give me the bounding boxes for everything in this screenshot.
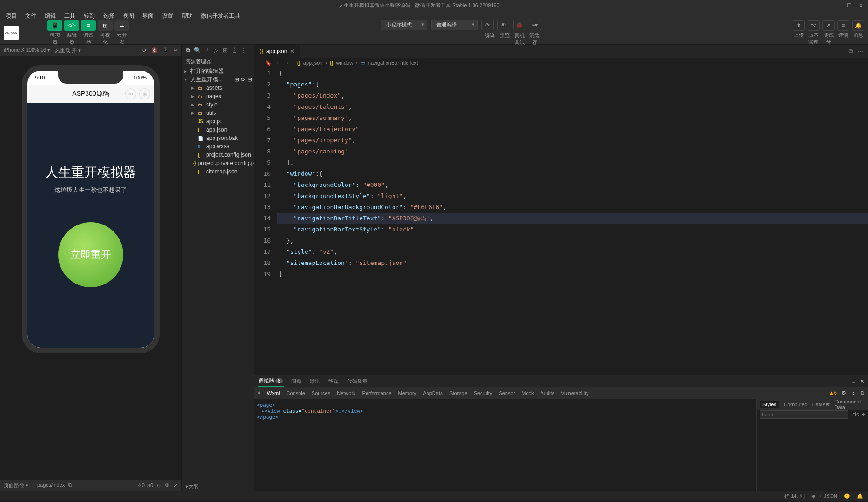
tree-item[interactable]: {}project.config.json: [182, 151, 254, 159]
project-logo[interactable]: ASP300: [4, 26, 19, 40]
more-icon[interactable]: ⋯: [245, 59, 250, 65]
device-selector[interactable]: iPhone X 100% 16 ▾: [4, 47, 50, 54]
menu-项目[interactable]: 项目: [2, 11, 20, 21]
mode-dropdown[interactable]: 小程序模式: [381, 20, 427, 30]
tree-item[interactable]: JSapp.js: [182, 117, 254, 126]
upload-button[interactable]: ⬆: [793, 20, 805, 31]
devtab[interactable]: Vulnerability: [561, 390, 589, 396]
outline-section[interactable]: ▶ 大纲: [182, 482, 254, 491]
warn-count[interactable]: ⚠0 ⊘0: [137, 482, 153, 489]
page-path-label[interactable]: 页面路径 ▾: [4, 482, 28, 489]
devtab[interactable]: Memory: [398, 390, 417, 396]
debug-tab[interactable]: 终端: [327, 376, 340, 387]
menu-编辑[interactable]: 编辑: [41, 11, 60, 21]
code-editor[interactable]: 12345678910111213141516171819 { "pages":…: [254, 68, 868, 375]
menu-选择[interactable]: 选择: [100, 11, 118, 21]
tree-item[interactable]: ▶🗀utils: [182, 109, 254, 117]
devtab[interactable]: Sources: [312, 390, 330, 396]
tree-item[interactable]: 📄app.json.bak: [182, 134, 254, 142]
tree-item[interactable]: {}app.json: [182, 126, 254, 134]
menu-工具[interactable]: 工具: [60, 11, 79, 21]
remote-debug-button[interactable]: 🐞: [513, 20, 525, 30]
file-encoding[interactable]: ◉ → JSON: [811, 493, 837, 499]
devtab[interactable]: Network: [337, 390, 355, 396]
visual-toggle[interactable]: ⊞: [98, 20, 113, 31]
more-icon[interactable]: ⋯: [858, 48, 863, 54]
close-icon[interactable]: ✕: [859, 2, 864, 8]
rotate-icon[interactable]: 📱: [162, 47, 169, 53]
menu-转到[interactable]: 转到: [80, 11, 99, 21]
chevron-up-icon[interactable]: ⌄: [851, 378, 855, 384]
forward-icon[interactable]: →: [284, 60, 289, 66]
more-icon[interactable]: ⋮: [240, 46, 248, 54]
tree-item[interactable]: ▶🗀style: [182, 100, 254, 109]
minimize-icon[interactable]: —: [835, 2, 840, 8]
preview-button[interactable]: 👁: [497, 20, 509, 30]
debug-tab[interactable]: 问题: [290, 376, 302, 387]
debug-tab[interactable]: 输出: [309, 376, 321, 387]
expand-icon[interactable]: ⤢: [174, 482, 178, 489]
new-file-icon[interactable]: +: [229, 76, 233, 83]
close-icon[interactable]: ✕: [860, 378, 864, 384]
devtab[interactable]: Audits: [541, 390, 555, 396]
tab-app-json[interactable]: {} app.json ✕: [254, 45, 300, 58]
bell-icon[interactable]: 🔔: [857, 493, 863, 499]
filter-input[interactable]: [760, 410, 848, 419]
tree-item[interactable]: {}sitemap.json: [182, 167, 254, 176]
devtab[interactable]: Sensor: [499, 390, 515, 396]
devtab[interactable]: Performance: [362, 390, 392, 396]
cursor-position[interactable]: 行 14, 列: [784, 493, 804, 500]
devtab[interactable]: Security: [474, 390, 493, 396]
cloud-toggle[interactable]: ☁: [114, 20, 129, 31]
menu-文件[interactable]: 文件: [21, 11, 40, 21]
refresh-icon[interactable]: ⟳: [241, 76, 246, 83]
compile-dropdown[interactable]: 普通编译: [431, 20, 478, 30]
start-button[interactable]: 立即重开: [58, 222, 123, 287]
collapse-icon[interactable]: ⊟: [247, 76, 252, 83]
devtab[interactable]: Mock: [521, 390, 534, 396]
search-icon[interactable]: 🔍: [193, 46, 201, 54]
page-path[interactable]: pages/index: [37, 482, 65, 489]
devtab[interactable]: Storage: [449, 390, 467, 396]
tree-item[interactable]: ▶🗀pages: [182, 92, 254, 100]
add-icon[interactable]: +: [862, 411, 865, 418]
editor-toggle[interactable]: </>: [64, 20, 79, 31]
cut-icon[interactable]: ✂: [174, 47, 178, 53]
debug-tab[interactable]: 代码质量: [346, 376, 368, 387]
target-icon[interactable]: ◉: [139, 88, 150, 99]
compile-button[interactable]: ⟳: [481, 20, 494, 30]
close-icon[interactable]: ✕: [290, 48, 294, 54]
detail-button[interactable]: ≡: [837, 20, 849, 31]
tree-item[interactable]: ▶🗀assets: [182, 84, 254, 92]
refresh-icon[interactable]: ⟳: [142, 47, 147, 53]
db-icon[interactable]: 🗄: [230, 46, 239, 54]
list-icon[interactable]: ≡: [259, 60, 261, 66]
simulator-toggle[interactable]: 📱: [47, 20, 62, 31]
gear-icon[interactable]: ⚙: [841, 390, 846, 396]
new-folder-icon[interactable]: ⊞: [234, 76, 239, 83]
devtab[interactable]: Console: [287, 390, 305, 396]
extensions-icon[interactable]: ⊞: [221, 46, 229, 54]
test-id-button[interactable]: ↗: [822, 20, 835, 31]
version-button[interactable]: ⌥: [808, 20, 820, 31]
project-root[interactable]: ▼人生重开模... + ⊞ ⟳ ⊟: [182, 75, 254, 84]
git-icon[interactable]: ⑂: [202, 46, 211, 54]
bookmark-icon[interactable]: 🔖: [265, 60, 272, 66]
msg-button[interactable]: 🔔: [852, 20, 864, 31]
phone-simulator[interactable]: 9:10 100% ASP300源码 ••• ◉ 人生重开模拟器 这垃圾人生一秒…: [22, 65, 160, 353]
eye-icon[interactable]: 👁: [165, 482, 170, 489]
debugger-toggle[interactable]: ≡: [81, 20, 96, 31]
debug-tab[interactable]: 调试器 6: [258, 376, 284, 387]
files-icon[interactable]: ⧉: [184, 46, 192, 54]
clear-cache-button[interactable]: ≡▾: [529, 20, 541, 30]
devtab[interactable]: Wxml: [267, 390, 280, 396]
wxml-tree[interactable]: <page> ▸<view class="container">…</view>…: [254, 399, 756, 491]
dock-icon[interactable]: ⧉: [861, 390, 864, 396]
debug-icon[interactable]: ▷: [212, 46, 220, 54]
tree-item[interactable]: #app.wxss: [182, 142, 254, 151]
sound-icon[interactable]: 🔇: [151, 47, 158, 53]
back-icon[interactable]: ←: [275, 60, 280, 66]
open-editors-section[interactable]: ▶打开的编辑器: [182, 67, 254, 75]
tree-item[interactable]: {}project.private.config.js...: [182, 159, 254, 167]
menu-icon[interactable]: •••: [125, 88, 136, 99]
